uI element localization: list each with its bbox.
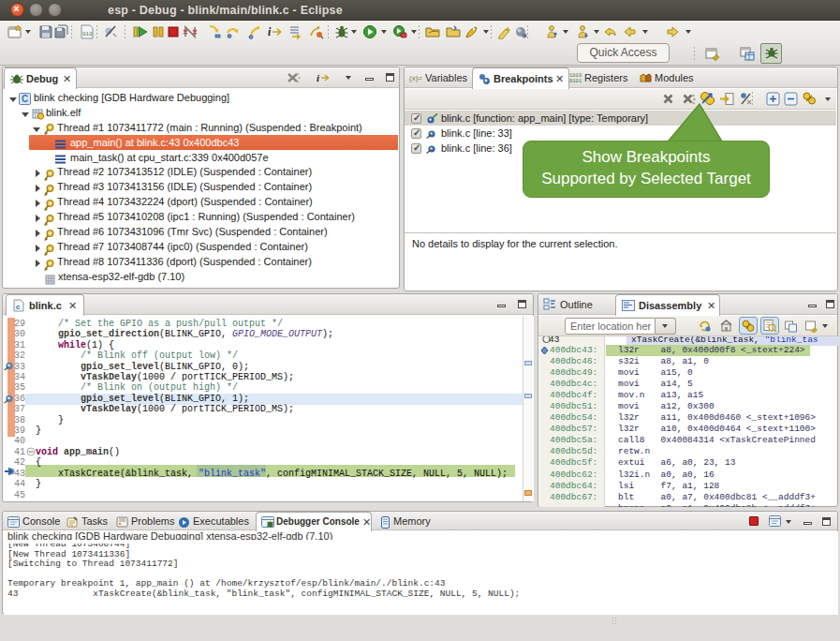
svg-text:0101: 0101 <box>569 78 582 84</box>
svg-text:(x)=: (x)= <box>409 74 422 82</box>
svg-text:i: i <box>268 25 272 38</box>
svg-text:C: C <box>22 94 28 104</box>
svg-text:010: 010 <box>82 31 93 37</box>
svg-text:i: i <box>317 72 320 83</box>
svg-text:c: c <box>16 303 21 311</box>
